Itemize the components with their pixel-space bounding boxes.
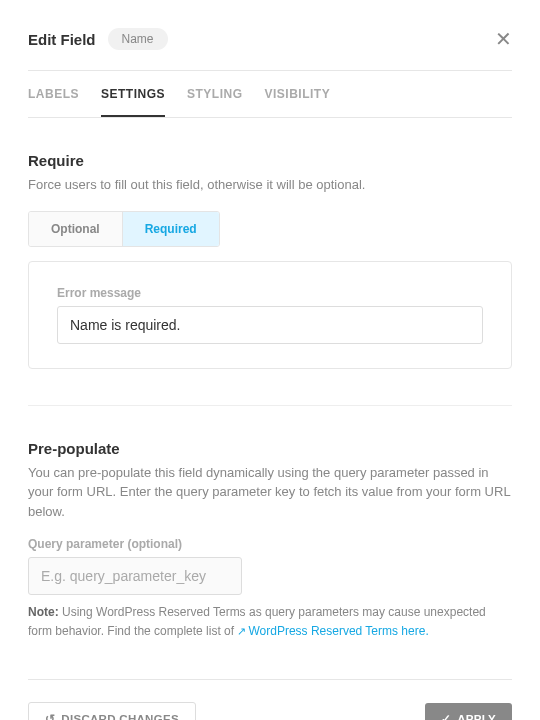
require-section: Require Force users to fill out this fie…	[28, 118, 512, 369]
tab-settings[interactable]: SETTINGS	[101, 71, 165, 117]
modal-header: Edit Field Name ✕	[28, 0, 512, 70]
discard-label: DISCARD CHANGES	[61, 713, 179, 720]
required-button[interactable]: Required	[123, 212, 219, 246]
error-message-panel: Error message	[28, 261, 512, 369]
error-message-label: Error message	[57, 286, 483, 300]
query-param-label: Query parameter (optional)	[28, 537, 512, 551]
require-toggle: Optional Required	[28, 211, 220, 247]
optional-button[interactable]: Optional	[29, 212, 123, 246]
note-bold: Note:	[28, 605, 59, 619]
require-heading: Require	[28, 152, 512, 169]
reserved-terms-note: Note: Using WordPress Reserved Terms as …	[28, 603, 512, 641]
modal-footer: ↺ DISCARD CHANGES ✓ APPLY	[28, 679, 512, 720]
prepopulate-heading: Pre-populate	[28, 440, 512, 457]
require-description: Force users to fill out this field, othe…	[28, 175, 512, 195]
undo-icon: ↺	[45, 713, 55, 720]
tab-styling[interactable]: STYLING	[187, 71, 243, 117]
reserved-terms-link[interactable]: WordPress Reserved Terms here.	[248, 624, 428, 638]
apply-label: APPLY	[457, 713, 496, 720]
tabs-bar: LABELS SETTINGS STYLING VISIBILITY	[28, 70, 512, 118]
apply-button[interactable]: ✓ APPLY	[425, 703, 512, 720]
error-message-input[interactable]	[57, 306, 483, 344]
discard-changes-button[interactable]: ↺ DISCARD CHANGES	[28, 702, 196, 720]
check-icon: ✓	[441, 713, 451, 720]
edit-field-modal: Edit Field Name ✕ LABELS SETTINGS STYLIN…	[0, 0, 540, 720]
field-name-chip: Name	[108, 28, 168, 50]
external-link-icon: ↗	[237, 623, 246, 641]
prepopulate-description: You can pre-populate this field dynamica…	[28, 463, 512, 522]
prepopulate-section: Pre-populate You can pre-populate this f…	[28, 406, 512, 642]
tab-labels[interactable]: LABELS	[28, 71, 79, 117]
modal-title: Edit Field	[28, 31, 96, 48]
query-param-input[interactable]	[28, 557, 242, 595]
close-icon[interactable]: ✕	[495, 29, 512, 49]
tab-visibility[interactable]: VISIBILITY	[265, 71, 331, 117]
